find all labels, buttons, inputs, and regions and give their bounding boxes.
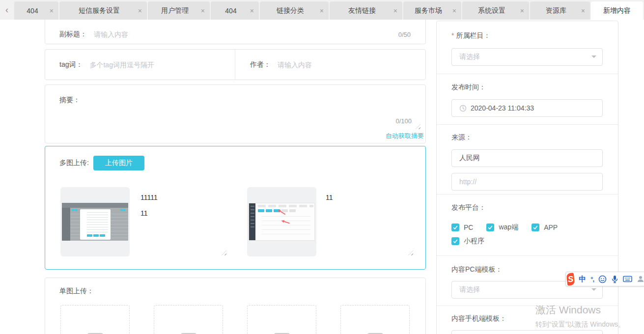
- image-placeholder-icon: [179, 331, 198, 334]
- category-label: 所属栏目：: [456, 31, 490, 40]
- summary-card: 摘要： 0/100 自动获取摘要: [45, 84, 426, 143]
- category-section: *所属栏目： 请选择: [437, 21, 618, 74]
- mobile-template-section: 内容手机端模板： 请选择: [437, 306, 618, 334]
- close-icon[interactable]: ×: [448, 7, 456, 14]
- microphone-icon[interactable]: [611, 275, 618, 283]
- close-icon[interactable]: ×: [246, 7, 254, 14]
- checkbox-app[interactable]: APP: [532, 223, 558, 231]
- sogou-logo-icon[interactable]: S: [566, 273, 575, 285]
- close-icon[interactable]: ×: [316, 7, 324, 14]
- ime-punctuation-button[interactable]: °,: [590, 276, 594, 283]
- thumbnail-preview: [249, 203, 315, 241]
- publish-settings-panel: *所属栏目： 请选择 发布时间： 来源：: [436, 21, 618, 334]
- tag-field: tag词：: [45, 50, 235, 80]
- source-url-input[interactable]: [459, 178, 596, 186]
- check-icon: [451, 223, 459, 231]
- ime-toolbar: S 中 °,: [565, 272, 644, 286]
- single-image-upload-slot[interactable]: [154, 305, 223, 334]
- single-image-upload-slot[interactable]: [247, 305, 316, 334]
- source-section: 来源：: [437, 125, 618, 195]
- platform-checkbox-row: 小程序: [451, 237, 603, 246]
- keyboard-icon[interactable]: [623, 276, 632, 282]
- category-select[interactable]: 请选择: [451, 48, 603, 66]
- ime-skin-person-icon[interactable]: [637, 275, 644, 283]
- tag-input[interactable]: [89, 61, 228, 69]
- author-input[interactable]: [278, 61, 419, 69]
- tab-system-settings[interactable]: 系统设置×: [462, 1, 529, 20]
- author-field: 作者：: [235, 50, 425, 80]
- checkbox-pc[interactable]: PC: [451, 223, 473, 231]
- platform-label: 发布平台：: [451, 203, 486, 212]
- publish-time-section: 发布时间：: [437, 74, 618, 125]
- required-mark: *: [451, 31, 454, 39]
- tab-404[interactable]: 404×: [14, 1, 58, 20]
- emoji-icon[interactable]: [598, 275, 607, 283]
- checkbox-miniprogram[interactable]: 小程序: [451, 237, 484, 246]
- upload-images-button[interactable]: 上传图片: [93, 156, 144, 170]
- subtitle-counter: 0/50: [398, 31, 411, 38]
- subtitle-input[interactable]: [94, 30, 392, 38]
- summary-textarea[interactable]: [89, 94, 371, 123]
- close-icon[interactable]: ×: [134, 7, 142, 14]
- cms-new-content-page: 副标题： 0/50 tag词： 作者： 摘要： 0/100 自动获取摘要 多图上…: [0, 0, 644, 334]
- check-icon: [451, 237, 459, 245]
- chevron-down-icon: [591, 56, 596, 60]
- single-image-upload-slot[interactable]: [60, 305, 130, 334]
- summary-counter: 0/100: [395, 117, 412, 125]
- close-icon[interactable]: ×: [46, 7, 54, 14]
- summary-label: 摘要：: [59, 96, 80, 104]
- thumbnail-preview: [62, 203, 128, 241]
- source-name-input[interactable]: [459, 154, 596, 162]
- single-upload-label: 单图上传：: [59, 287, 94, 295]
- image-placeholder-icon: [366, 331, 385, 334]
- publish-time-input[interactable]: [471, 104, 596, 112]
- tab-friend-links[interactable]: 友情链接×: [330, 1, 402, 20]
- source-url-field[interactable]: [451, 173, 603, 191]
- mobile-template-label: 内容手机端模板：: [451, 314, 506, 323]
- single-upload-card: 单图上传：: [45, 278, 426, 334]
- image-title-text: 11: [326, 194, 333, 201]
- close-icon[interactable]: ×: [516, 7, 524, 14]
- source-name-field[interactable]: [451, 149, 603, 167]
- single-image-upload-slot[interactable]: [340, 305, 410, 334]
- subtitle-label: 副标题：: [59, 30, 87, 39]
- tab-service-market[interactable]: 服务市场×: [403, 1, 461, 20]
- tab-404[interactable]: 404×: [211, 1, 259, 20]
- platform-checkbox-row: PC wap端 APP: [451, 223, 603, 232]
- tag-label: tag词：: [59, 60, 83, 69]
- checkbox-wap[interactable]: wap端: [486, 223, 518, 232]
- multi-upload-card: 多图上传: 上传图片 11111 11 11: [45, 146, 426, 270]
- uploaded-image-thumbnail[interactable]: [60, 187, 130, 256]
- mobile-template-select[interactable]: 请选择: [451, 330, 603, 334]
- close-icon[interactable]: ×: [197, 7, 205, 14]
- platform-section: 发布平台： PC wap端 APP 小程序: [437, 195, 618, 256]
- auto-summary-link[interactable]: 自动获取摘要: [386, 132, 424, 140]
- tab-sms-settings[interactable]: 短信服务设置×: [59, 1, 147, 20]
- pc-template-select-value: 请选择: [459, 285, 591, 294]
- tab-link-category[interactable]: 链接分类×: [260, 1, 329, 20]
- tab-user-management[interactable]: 用户管理×: [148, 1, 210, 20]
- check-icon: [486, 223, 494, 231]
- tabs-scroll-left-icon[interactable]: ‹: [0, 0, 14, 20]
- ime-mode-button[interactable]: 中: [579, 275, 586, 284]
- close-icon[interactable]: ×: [577, 7, 585, 14]
- image-placeholder-icon: [273, 331, 291, 334]
- category-select-value: 请选择: [459, 53, 591, 61]
- publish-time-label: 发布时间：: [451, 83, 486, 92]
- source-label: 来源：: [451, 133, 472, 142]
- tab-new-content[interactable]: 新增内容: [591, 1, 643, 20]
- open-tabs-bar: ‹ 404× 短信服务设置× 用户管理× 404× 链接分类× 友情链接× 服务…: [0, 0, 644, 20]
- multi-upload-label: 多图上传:: [59, 159, 89, 167]
- close-icon[interactable]: ×: [390, 7, 397, 14]
- tab-resource-library[interactable]: 资源库×: [530, 1, 590, 20]
- resize-grip-icon[interactable]: [222, 250, 226, 255]
- uploaded-image-thumbnail[interactable]: [247, 187, 316, 256]
- resize-grip-icon[interactable]: [416, 124, 420, 129]
- resize-grip-icon[interactable]: [408, 250, 413, 255]
- pc-template-label: 内容PC端模板：: [451, 265, 502, 274]
- image-desc-text: 11: [140, 209, 148, 217]
- chevron-down-icon: [591, 288, 596, 293]
- author-label: 作者：: [250, 60, 271, 69]
- publish-time-field[interactable]: [451, 99, 603, 117]
- clock-icon: [459, 105, 467, 112]
